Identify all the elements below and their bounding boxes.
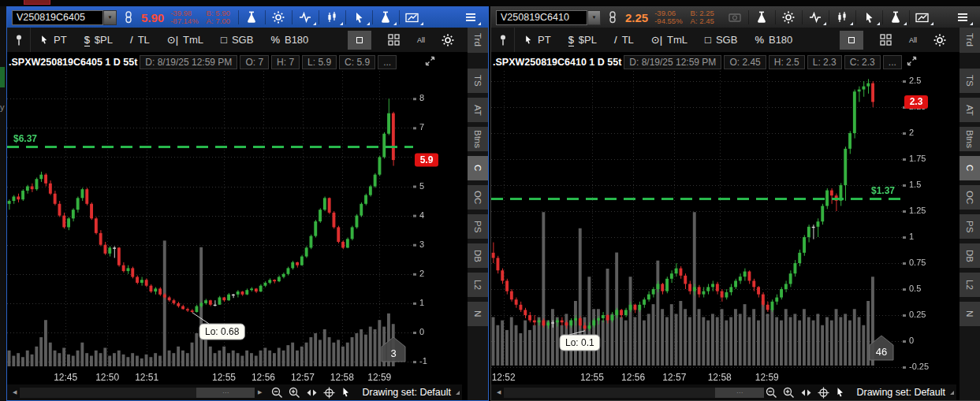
side-tab-c[interactable]: C: [960, 156, 980, 180]
link-icon[interactable]: [122, 11, 135, 24]
zoom-in-icon[interactable]: [783, 387, 795, 399]
side-tab-oc[interactable]: OC: [468, 185, 488, 210]
tool-pointer[interactable]: PT: [515, 34, 560, 46]
strategies-flask-icon[interactable]: [883, 8, 909, 27]
all-button[interactable]: All: [417, 36, 425, 44]
toolbar-gear-icon[interactable]: [436, 31, 460, 50]
scrollbar-thumb[interactable]: ⋯: [715, 388, 764, 398]
snapshot-icon[interactable]: [722, 8, 748, 27]
tool-dollar-pl[interactable]: $ $PL: [560, 34, 606, 46]
symbol-dropdown-button[interactable]: ▼: [587, 10, 601, 25]
side-tab-l2[interactable]: L2: [468, 273, 488, 297]
side-tab-ts[interactable]: TS: [468, 69, 488, 93]
chart-title: .SPXW250819C6410 1 D 55t: [493, 57, 621, 68]
time-scrollbar[interactable]: ⋯: [20, 388, 244, 398]
cursor-tool-icon[interactable]: [856, 8, 882, 27]
strategies-flask-icon[interactable]: [373, 8, 399, 27]
single-chart-layout-button[interactable]: [840, 31, 863, 50]
line-study-icon[interactable]: [293, 8, 319, 27]
grid-layout-button[interactable]: [382, 31, 406, 50]
titlebar[interactable]: V250819C6405 ▼ 5.90 -39.98 -87.14% B: 5.…: [7, 7, 488, 28]
side-tab-ts[interactable]: TS: [960, 69, 980, 93]
line-study-icon[interactable]: [803, 8, 829, 27]
symbol-box: V250819C6410 ▼: [496, 10, 601, 25]
menu-icon[interactable]: [949, 8, 975, 27]
side-tab-l2[interactable]: L2: [960, 273, 980, 297]
crosshair-icon[interactable]: [818, 387, 829, 399]
chart-style-icon[interactable]: [319, 8, 345, 27]
side-tab-ps[interactable]: PS: [960, 214, 980, 239]
cursor-tool-icon[interactable]: [346, 8, 372, 27]
drawing-set-selector[interactable]: Drawing set: Default: [856, 387, 945, 398]
price-chart-canvas-6405[interactable]: [7, 71, 462, 384]
side-tab-oc[interactable]: OC: [960, 185, 980, 210]
side-tab-db[interactable]: DB: [468, 243, 488, 268]
chart-style-icon[interactable]: [829, 8, 855, 27]
resize-grip-icon[interactable]: [950, 391, 954, 395]
single-chart-layout-button[interactable]: [348, 31, 371, 50]
tool-sgb[interactable]: □ SGB: [212, 34, 262, 46]
drawing-tools-icon[interactable]: [400, 8, 426, 27]
settings-gear-icon[interactable]: [266, 8, 292, 27]
side-tab-btns[interactable]: Btns: [468, 127, 488, 151]
price-chart-canvas-6410[interactable]: [491, 71, 956, 384]
symbol-input[interactable]: V250819C6410: [496, 10, 587, 25]
tool-b180[interactable]: % B180: [746, 34, 801, 46]
titlebar[interactable]: V250819C6410 ▼ 2.25 -39.06 -94.55% B: 2.…: [491, 7, 980, 28]
tool-timeline[interactable]: ⊙| TmL: [158, 34, 212, 46]
symbol-input[interactable]: V250819C6405: [12, 10, 103, 25]
tool-tml-label: TmL: [183, 34, 203, 46]
grid-layout-button[interactable]: [874, 31, 898, 50]
tool-pointer[interactable]: PT: [31, 34, 76, 46]
scroll-left-arrow[interactable]: ◀: [9, 389, 20, 395]
menu-icon[interactable]: [457, 8, 483, 27]
scrollbar-thumb[interactable]: ⋯: [196, 388, 255, 398]
symbol-dropdown-button[interactable]: ▼: [103, 10, 117, 25]
tool-trendline[interactable]: / TL: [121, 34, 158, 46]
side-tab-c[interactable]: C: [468, 156, 488, 180]
link-icon[interactable]: [606, 11, 619, 24]
side-tab-btns[interactable]: Btns: [960, 127, 980, 151]
drawing-set-selector[interactable]: Drawing set: Default: [362, 387, 451, 398]
percent-icon: %: [755, 34, 764, 46]
side-tab-n[interactable]: N: [960, 302, 980, 326]
trendline-icon: /: [614, 34, 617, 46]
tool-dollar-pl[interactable]: $ $PL: [76, 34, 121, 46]
tool-trendline[interactable]: / TL: [606, 34, 643, 46]
tool-pl-label: $PL: [579, 34, 597, 46]
drawing-tools-icon[interactable]: [910, 8, 936, 27]
scroll-left-arrow[interactable]: ◀: [494, 389, 504, 395]
zoom-in-icon[interactable]: [289, 387, 300, 399]
side-tab-db[interactable]: DB: [960, 243, 980, 268]
expand-horizontal-icon[interactable]: [306, 388, 318, 398]
chart-header: .SPXW250819C6410 1 D 55t D: 8/19/25 12:5…: [491, 53, 956, 71]
tool-timeline[interactable]: ⊙| TmL: [643, 34, 696, 46]
resize-grip-icon[interactable]: [456, 391, 460, 395]
side-tab-at[interactable]: AT: [960, 98, 980, 122]
zoom-out-icon[interactable]: [271, 387, 283, 399]
settings-gear-icon[interactable]: [776, 8, 802, 27]
side-tab-trd[interactable]: Trd: [468, 28, 488, 53]
step-right-arrow[interactable]: ▶: [255, 389, 265, 395]
chart-open: O: 7: [240, 55, 269, 69]
maximize-icon[interactable]: [425, 55, 435, 69]
zoom-out-icon[interactable]: [766, 387, 777, 399]
time-scrollbar[interactable]: ⋯: [504, 388, 738, 398]
tool-sgb[interactable]: □ SGB: [696, 34, 746, 46]
pin-icon[interactable]: [7, 28, 31, 52]
side-tab-n[interactable]: N: [468, 302, 488, 326]
pointer-mode-icon[interactable]: [341, 387, 351, 398]
studies-flask-icon[interactable]: [749, 8, 775, 27]
pin-icon[interactable]: [491, 28, 515, 52]
pointer-mode-icon[interactable]: [835, 387, 845, 398]
expand-horizontal-icon[interactable]: [800, 388, 812, 398]
toolbar-gear-icon[interactable]: [928, 31, 952, 50]
crosshair-icon[interactable]: [323, 387, 335, 399]
studies-flask-icon[interactable]: [239, 8, 265, 27]
side-tab-at[interactable]: AT: [468, 98, 488, 122]
side-tab-trd[interactable]: Trd: [960, 28, 980, 53]
tool-b180[interactable]: % B180: [262, 34, 317, 46]
all-button[interactable]: All: [909, 36, 917, 44]
maximize-icon[interactable]: [907, 55, 917, 69]
side-tab-ps[interactable]: PS: [468, 214, 488, 239]
